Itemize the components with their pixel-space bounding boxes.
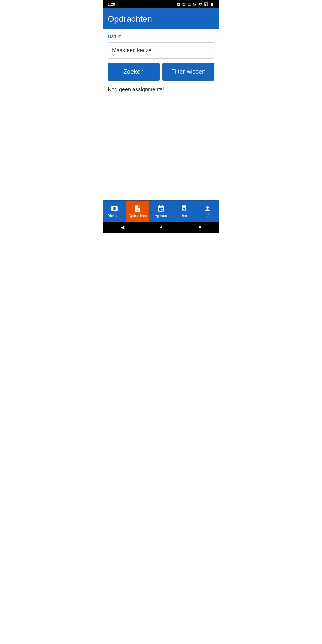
nav-label-opdrachten: Opdrachten [129,214,147,218]
signal-icon [204,2,208,6]
empty-message: Nog geen assignments! [108,86,214,93]
recents-button[interactable]: ■ [199,225,202,230]
bottom-nav: Diensten Opdrachten Agenda Uren Info [103,200,219,222]
app-header: Opdrachten [103,8,219,29]
zoeken-button[interactable]: Zoeken [108,63,160,80]
opdrachten-icon [134,205,142,213]
nav-item-diensten[interactable]: Diensten [103,201,126,222]
status-bar-left: 2:28 [108,2,115,7]
info-person-icon [204,205,211,213]
nav-label-info: Info [205,214,210,218]
status-bar: 2:28 [103,0,219,8]
status-time: 2:28 [108,2,115,7]
nav-label-diensten: Diensten [107,214,121,218]
status-bar-right [177,2,214,6]
main-content: Datum Zoeken Filter wissen Nog geen assi… [103,29,219,98]
nav-item-uren[interactable]: Uren [173,201,196,222]
button-row: Zoeken Filter wissen [108,63,214,80]
wallet-icon [188,2,191,6]
diensten-icon [111,205,118,213]
sys-nav-bar: ◀ ● ■ [103,222,219,233]
battery-icon [209,2,214,6]
home-button[interactable]: ● [160,225,163,230]
date-input[interactable] [108,42,214,59]
nav-item-agenda[interactable]: Agenda [149,201,173,222]
nav-item-info[interactable]: Info [196,201,219,222]
datum-label: Datum [108,34,214,39]
uren-icon [180,205,188,213]
at-icon [193,2,197,6]
settings-icon [177,2,181,6]
wifi-icon [198,2,202,6]
page-title: Opdrachten [108,14,214,24]
back-button[interactable]: ◀ [121,225,124,230]
nav-label-agenda: Agenda [155,214,167,218]
agenda-icon [157,205,165,213]
nav-item-opdrachten[interactable]: Opdrachten [126,201,149,222]
filter-wissen-button[interactable]: Filter wissen [162,63,214,80]
nav-label-uren: Uren [180,214,188,218]
vpn-icon [182,2,186,6]
